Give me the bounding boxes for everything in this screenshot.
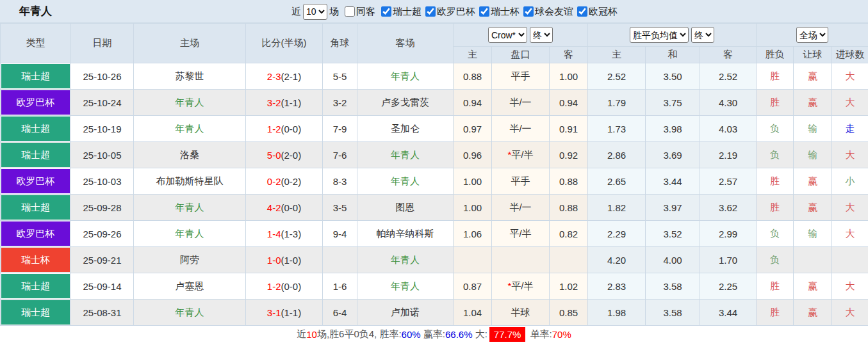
score-cell: 1-2(0-0)	[246, 273, 323, 300]
europe-away-odds-cell: 3.62	[700, 195, 757, 221]
home-team-cell[interactable]: 年青人	[134, 116, 246, 142]
league-type-cell: 瑞士杯	[1, 247, 71, 273]
win-lose-result-cell: 胜	[757, 168, 794, 195]
matches-label: 场	[329, 6, 339, 18]
asia-home-odds-cell: 1.00	[454, 168, 492, 195]
asia-away-odds-cell: 0.92	[550, 142, 588, 168]
away-team-cell[interactable]: 年青人	[357, 142, 454, 168]
handicap-cell: 半球	[492, 300, 550, 326]
away-team-cell[interactable]: 年青人	[357, 247, 454, 273]
same-venue-checkbox[interactable]	[345, 6, 355, 17]
europe-away-odds-cell: 1.70	[700, 247, 757, 273]
away-team-cell[interactable]: 年青人	[357, 273, 454, 300]
league-type-cell: 欧罗巴杯	[1, 168, 71, 195]
date-cell: 25-09-26	[71, 221, 134, 247]
europe-away-odds-cell: 2.52	[700, 63, 757, 90]
asia-away-odds-cell: 0.94	[550, 90, 588, 116]
home-team-cell[interactable]: 卢塞恩	[134, 273, 246, 300]
home-team-cell[interactable]: 洛桑	[134, 142, 246, 168]
away-team-cell[interactable]: 卢多戈雷茨	[357, 90, 454, 116]
europe-home-odds-cell: 1.79	[588, 90, 646, 116]
league-checkbox[interactable]	[381, 6, 391, 17]
europe-home-odds-cell: 2.86	[588, 142, 646, 168]
sub-header-asia-away: 客	[550, 47, 588, 63]
win-lose-result-cell: 负	[757, 142, 794, 168]
asia-home-odds-cell: 1.04	[454, 300, 492, 326]
league-checkbox[interactable]	[425, 6, 436, 17]
europe-time-select[interactable]: 终	[691, 27, 714, 43]
away-team-cell[interactable]: 年青人	[357, 63, 454, 90]
home-team-cell[interactable]: 阿劳	[134, 247, 246, 273]
europe-draw-odds-cell: 3.52	[646, 221, 700, 247]
date-cell: 25-10-24	[71, 90, 134, 116]
league-badge: 瑞士超	[1, 274, 70, 298]
goals-result-cell: 走	[832, 116, 868, 142]
league-checkbox-label: 瑞士杯	[491, 6, 520, 18]
handicap-result-cell: 赢	[794, 90, 832, 116]
win-lose-result-cell: 胜	[757, 63, 794, 90]
goals-result-cell: 大	[832, 90, 868, 116]
europe-draw-odds-cell: 4.00	[646, 247, 700, 273]
result-group: 全场	[757, 24, 868, 47]
league-type-cell: 瑞士超	[1, 142, 71, 168]
handicap-result-cell	[794, 247, 832, 273]
home-team-cell[interactable]: 苏黎世	[134, 63, 246, 90]
sub-header-europe-home: 主	[588, 47, 646, 63]
away-team-cell[interactable]: 圣加仑	[357, 116, 454, 142]
date-cell: 25-09-28	[71, 195, 134, 221]
asia-away-odds-cell: 0.88	[550, 195, 588, 221]
home-team-cell[interactable]: 年青人	[134, 221, 246, 247]
europe-away-odds-cell: 2.99	[700, 221, 757, 247]
date-cell: 25-09-14	[71, 273, 134, 300]
date-cell: 25-10-19	[71, 116, 134, 142]
win-lose-result-cell: 胜	[757, 195, 794, 221]
asia-home-odds-cell: 0.96	[454, 142, 492, 168]
league-badge: 瑞士超	[1, 195, 70, 220]
score-cell: 2-3(2-1)	[246, 63, 323, 90]
odds-company-select[interactable]: Crow*	[488, 27, 527, 43]
handicap-cell: 半/一	[492, 195, 550, 221]
europe-draw-odds-cell: 3.58	[646, 273, 700, 300]
away-team-cell[interactable]: 年青人	[357, 168, 454, 195]
league-checkbox[interactable]	[577, 6, 587, 17]
win-rate-value: 60%	[402, 329, 421, 340]
away-team-cell[interactable]: 卢加诺	[357, 300, 454, 326]
recent-count-select[interactable]: 10	[303, 4, 327, 20]
date-cell: 25-09-21	[71, 247, 134, 273]
handicap-cell: 半/一	[492, 90, 550, 116]
corner-cell: 7-9	[323, 116, 357, 142]
asia-away-odds-cell	[550, 247, 588, 273]
sub-header-win-lose: 胜负	[757, 47, 794, 63]
home-team-cell[interactable]: 年青人	[134, 195, 246, 221]
score-cell: 0-2(0-2)	[246, 168, 323, 195]
scope-select[interactable]: 全场	[796, 27, 828, 43]
match-row: 瑞士超 25-10-26 苏黎世 2-3(2-1) 5-5 年青人 0.88 平…	[1, 63, 868, 90]
single-rate-label: 单率:	[527, 328, 552, 341]
score-cell: 1-2(0-0)	[246, 116, 323, 142]
goals-result-cell: 大	[832, 300, 868, 326]
away-team-cell[interactable]: 帕纳辛纳科斯	[357, 221, 454, 247]
goals-result-cell: 小	[832, 168, 868, 195]
league-checkbox[interactable]	[523, 6, 534, 17]
league-checkbox-label: 欧罗巴杯	[437, 6, 475, 18]
asia-time-select[interactable]: 终	[530, 27, 553, 43]
europe-away-odds-cell: 2.57	[700, 168, 757, 195]
europe-away-odds-cell: 4.30	[700, 90, 757, 116]
league-type-cell: 欧罗巴杯	[1, 221, 71, 247]
league-checkbox-label: 瑞士超	[393, 6, 422, 18]
europe-away-odds-cell: 4.03	[700, 116, 757, 142]
europe-odds-group: 胜平负均值 终	[588, 24, 757, 47]
home-team-cell[interactable]: 年青人	[134, 90, 246, 116]
corner-cell: 3-2	[323, 90, 357, 116]
match-row: 瑞士超 25-09-28 年青人 4-2(0-0) 3-5 图恩 1.00 半/…	[1, 195, 868, 221]
corner-cell	[323, 247, 357, 273]
europe-type-select[interactable]: 胜平负均值	[630, 27, 689, 43]
same-venue-label: 同客	[356, 6, 375, 18]
handicap-cell: *平/半	[492, 142, 550, 168]
league-checkbox[interactable]	[479, 6, 489, 17]
away-team-cell[interactable]: 图恩	[357, 195, 454, 221]
home-team-cell[interactable]: 布加勒斯特星队	[134, 168, 246, 195]
summary-count: 10	[306, 329, 317, 340]
home-team-cell[interactable]: 年青人	[134, 300, 246, 326]
col-header-away: 客场	[357, 24, 454, 63]
